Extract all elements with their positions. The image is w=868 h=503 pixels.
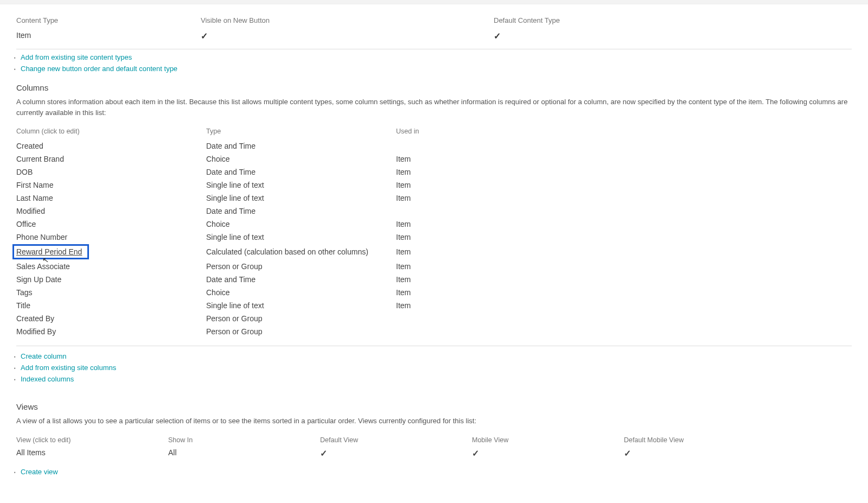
column-type: Single line of text <box>206 299 396 312</box>
column-link[interactable]: Phone Number <box>16 233 67 241</box>
column-used-in <box>396 325 852 338</box>
columns-link-list: Create column Add from existing site col… <box>16 351 852 385</box>
table-row: TitleSingle line of textItem <box>16 299 852 312</box>
column-link[interactable]: Created <box>16 142 43 150</box>
column-link[interactable]: Modified By <box>16 327 56 336</box>
column-type: Choice <box>206 286 396 299</box>
column-used-in: Item <box>396 260 852 273</box>
check-icon: ✓ <box>201 31 208 41</box>
column-used-in <box>396 312 852 325</box>
views-heading: Views <box>16 402 852 411</box>
column-type: Date and Time <box>206 139 396 152</box>
create-view-link[interactable]: Create view <box>21 468 58 476</box>
column-link[interactable]: Sign Up Date <box>16 275 61 284</box>
column-used-in: Item <box>396 179 852 192</box>
change-new-button-order-link[interactable]: Change new button order and default cont… <box>21 65 177 73</box>
view-all-items-link[interactable]: All Items <box>16 448 46 457</box>
check-icon: ✓ <box>624 449 631 458</box>
views-header-default-mobile-view: Default Mobile View <box>624 436 852 444</box>
column-used-in: Item <box>396 165 852 179</box>
columns-header-type: Type <box>206 125 396 139</box>
column-link[interactable]: Title <box>16 301 30 310</box>
column-used-in: Item <box>396 286 852 299</box>
table-row: ModifiedDate and Time <box>16 205 852 218</box>
header-content-type: Content Type <box>16 16 201 24</box>
content-type-item-link[interactable]: Item <box>16 31 31 40</box>
column-type: Calculated (calculation based on other c… <box>206 244 396 260</box>
content-types-link-list: Add from existing site content types Cha… <box>16 52 852 74</box>
column-link[interactable]: Last Name <box>16 194 53 202</box>
column-used-in <box>396 205 852 218</box>
column-link-reward-period-end[interactable]: Reward Period End <box>16 247 82 256</box>
column-type: Date and Time <box>206 205 396 218</box>
column-used-in: Item <box>396 244 852 260</box>
column-link[interactable]: DOB <box>16 168 33 176</box>
column-used-in: Item <box>396 152 852 165</box>
column-link[interactable]: Created By <box>16 314 54 323</box>
header-visible-new-button: Visible on New Button <box>201 16 494 24</box>
content-types-data-row: Item ✓ ✓ <box>16 28 852 49</box>
divider <box>16 346 852 346</box>
settings-content: Content Type Visible on New Button Defau… <box>0 4 868 489</box>
table-row: Modified ByPerson or Group <box>16 325 852 338</box>
add-existing-content-types-link[interactable]: Add from existing site content types <box>21 53 132 61</box>
column-link[interactable]: Modified <box>16 207 45 215</box>
table-row: First NameSingle line of textItem <box>16 179 852 192</box>
column-link[interactable]: Sales Associate <box>16 262 70 271</box>
column-type: Date and Time <box>206 273 396 286</box>
columns-header-used-in: Used in <box>396 125 852 139</box>
view-show-in: All <box>168 448 320 459</box>
column-type: Choice <box>206 218 396 231</box>
indexed-columns-link[interactable]: Indexed columns <box>21 375 74 383</box>
column-used-in <box>396 139 852 152</box>
column-used-in: Item <box>396 273 852 286</box>
columns-description: A column stores information about each i… <box>16 97 852 118</box>
columns-header-name: Column (click to edit) <box>16 125 206 139</box>
table-row: OfficeChoiceItem <box>16 218 852 231</box>
table-row: Current BrandChoiceItem <box>16 152 852 165</box>
column-used-in: Item <box>396 218 852 231</box>
views-data-row: All Items All ✓ ✓ ✓ <box>16 446 852 461</box>
table-row: Reward Period End↖Calculated (calculatio… <box>16 244 852 260</box>
check-icon: ✓ <box>320 449 327 458</box>
column-type: Date and Time <box>206 165 396 179</box>
column-type: Person or Group <box>206 325 396 338</box>
column-type: Single line of text <box>206 192 396 205</box>
views-header-row: View (click to edit) Show In Default Vie… <box>16 434 852 446</box>
column-type: Single line of text <box>206 231 396 244</box>
column-type: Single line of text <box>206 179 396 192</box>
columns-heading: Columns <box>16 83 852 92</box>
column-used-in: Item <box>396 192 852 205</box>
top-bar <box>0 0 868 4</box>
table-row: Phone NumberSingle line of textItem <box>16 231 852 244</box>
column-used-in: Item <box>396 299 852 312</box>
table-row: Created ByPerson or Group <box>16 312 852 325</box>
column-link[interactable]: Office <box>16 220 36 228</box>
highlighted-column-cell: Reward Period End↖ <box>12 244 89 259</box>
column-type: Choice <box>206 152 396 165</box>
content-types-header-row: Content Type Visible on New Button Defau… <box>16 13 852 28</box>
column-type: Person or Group <box>206 260 396 273</box>
views-description: A view of a list allows you to see a par… <box>16 416 852 426</box>
column-link[interactable]: Tags <box>16 288 33 297</box>
header-default-content-type: Default Content Type <box>494 16 852 24</box>
check-icon: ✓ <box>472 449 479 458</box>
table-row: TagsChoiceItem <box>16 286 852 299</box>
column-type: Person or Group <box>206 312 396 325</box>
table-row: Sales AssociatePerson or GroupItem <box>16 260 852 273</box>
column-link[interactable]: Current Brand <box>16 155 64 163</box>
views-link-list: Create view <box>16 466 852 477</box>
views-header-mobile-view: Mobile View <box>472 436 624 444</box>
columns-table: Column (click to edit) Type Used in Crea… <box>16 125 852 338</box>
check-icon: ✓ <box>494 31 501 41</box>
column-link[interactable]: First Name <box>16 181 53 189</box>
column-used-in: Item <box>396 231 852 244</box>
table-row: CreatedDate and Time <box>16 139 852 152</box>
views-header-view: View (click to edit) <box>16 436 168 444</box>
table-row: DOBDate and TimeItem <box>16 165 852 179</box>
views-header-default-view: Default View <box>320 436 472 444</box>
views-header-show-in: Show In <box>168 436 320 444</box>
create-column-link[interactable]: Create column <box>21 352 67 360</box>
add-existing-site-columns-link[interactable]: Add from existing site columns <box>21 364 116 372</box>
table-row: Sign Up DateDate and TimeItem <box>16 273 852 286</box>
